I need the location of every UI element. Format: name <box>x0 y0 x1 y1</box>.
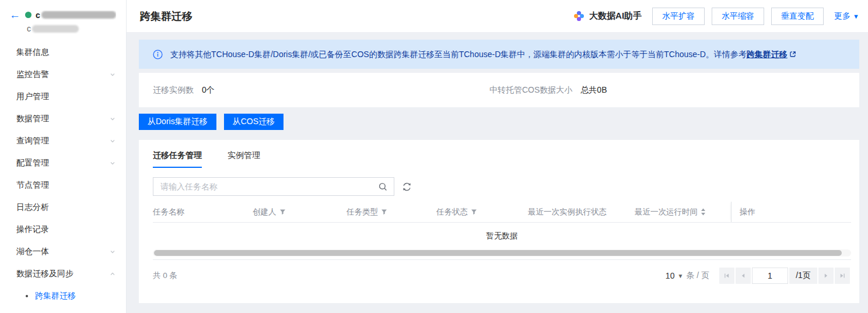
vertical-reconfigure-button[interactable]: 垂直变配 <box>771 8 824 25</box>
search-input[interactable] <box>160 182 378 191</box>
sidebar-item-log-analysis[interactable]: 日志分析 <box>0 196 126 219</box>
toolbar <box>153 177 851 196</box>
sidebar-item-label: 湖仓一体 <box>16 247 49 257</box>
sidebar-item-query-mgmt[interactable]: 查询管理 <box>0 130 126 152</box>
sidebar-item-user-mgmt[interactable]: 用户管理 <box>0 86 126 108</box>
chevron-down-icon <box>110 249 116 255</box>
refresh-button[interactable] <box>402 182 412 192</box>
more-dropdown[interactable]: 更多 ▼ <box>834 11 859 22</box>
sidebar-nav: 集群信息 监控告警 用户管理 数据管理 查询管理 配置管理 节点管理 日志分析 … <box>0 41 126 307</box>
cluster-id: c <box>0 20 126 33</box>
migrate-from-cos-button[interactable]: 从COS迁移 <box>224 114 284 130</box>
first-page-button[interactable] <box>719 268 734 284</box>
next-page-icon <box>823 273 829 279</box>
pagination: 共 0 条 10 ▼ 条 / 页 /1页 <box>153 268 851 284</box>
sidebar-item-lakehouse[interactable]: 湖仓一体 <box>0 241 126 263</box>
tab-migration-task-mgmt[interactable]: 迁移任务管理 <box>153 150 202 168</box>
sidebar-item-cross-cluster-migration[interactable]: 跨集群迁移 <box>0 285 126 307</box>
info-icon <box>153 50 163 59</box>
tabs: 迁移任务管理 实例管理 <box>153 150 851 168</box>
sidebar-item-label: 节点管理 <box>16 180 49 191</box>
stat-label: 中转托管COS数据大小 <box>489 85 572 96</box>
sort-icon[interactable] <box>701 208 706 216</box>
table-header-row: 任务名称 创建人 任务类型 任务状态 最近一次实例执行状态 最近一次运行时间 操… <box>153 202 851 223</box>
col-last-run-time: 最近一次运行时间 <box>635 207 731 217</box>
sidebar-item-node-mgmt[interactable]: 节点管理 <box>0 174 126 196</box>
header-actions: 大数据AI助手 水平扩容 水平缩容 垂直变配 更多 ▼ <box>573 8 859 25</box>
main-area: 跨集群迁移 大数据AI助手 水平扩容 水平缩容 垂直变配 更多 <box>127 0 868 313</box>
cluster-name-text: c <box>36 10 40 20</box>
page-content: 支持将其他TCHouse-D集群/Doris集群/或已备份至COS的数据跨集群迁… <box>127 32 868 313</box>
sidebar-item-label: 用户管理 <box>16 92 49 102</box>
last-page-button[interactable] <box>835 268 850 284</box>
migrate-actions: 从Doris集群迁移 从COS迁移 <box>139 114 859 130</box>
first-page-icon <box>724 273 730 279</box>
filter-icon[interactable] <box>381 209 387 215</box>
stat-cos-data-size: 中转托管COS数据大小 总共0B <box>489 85 607 96</box>
scrollbar-thumb[interactable] <box>154 250 842 256</box>
sidebar: ← c c 集群信息 监控告警 用户管理 数据管理 查询管理 配置管理 节点管理… <box>0 0 127 313</box>
sidebar-item-label: 查询管理 <box>16 136 49 146</box>
sidebar-item-label: 操作记录 <box>16 224 49 235</box>
cluster-status-icon <box>25 12 32 18</box>
prev-page-icon <box>740 273 746 279</box>
refresh-icon <box>402 182 412 192</box>
page-size-select[interactable]: 10 ▼ <box>666 271 683 280</box>
page-title: 跨集群迁移 <box>140 9 192 23</box>
total-count: 共 0 条 <box>153 270 177 281</box>
tab-instance-mgmt[interactable]: 实例管理 <box>228 150 260 168</box>
filter-icon[interactable] <box>471 209 477 215</box>
pagination-controls: 10 ▼ 条 / 页 /1页 <box>666 268 850 284</box>
sidebar-item-cluster-info[interactable]: 集群信息 <box>0 41 126 64</box>
search-button[interactable] <box>378 182 388 192</box>
col-task-type: 任务类型 <box>346 207 436 217</box>
horizontal-scrollbar <box>153 249 851 256</box>
sidebar-item-data-mgmt[interactable]: 数据管理 <box>0 108 126 130</box>
page-number-input[interactable] <box>752 268 788 284</box>
page-header: 跨集群迁移 大数据AI助手 水平扩容 水平缩容 垂直变配 更多 <box>127 0 868 32</box>
next-page-button[interactable] <box>818 268 834 284</box>
page-size-unit: 条 / 页 <box>686 270 709 281</box>
stat-label: 迁移实例数 <box>153 85 194 96</box>
page-count: /1页 <box>789 268 817 284</box>
col-creator: 创建人 <box>253 207 346 217</box>
empty-state: 暂无数据 <box>153 223 851 249</box>
caret-down-icon: ▼ <box>677 273 683 279</box>
filter-icon[interactable] <box>279 209 286 215</box>
external-link-icon[interactable] <box>789 51 796 58</box>
sidebar-item-data-migration-sync[interactable]: 数据迁移及同步 <box>0 263 126 285</box>
chevron-up-icon <box>110 271 116 277</box>
chevron-down-icon <box>110 116 116 122</box>
sidebar-item-label: 数据迁移及同步 <box>16 269 74 279</box>
horizontal-scale-in-button[interactable]: 水平缩容 <box>712 8 764 25</box>
bullet-icon <box>26 295 28 297</box>
task-table: 任务名称 创建人 任务类型 任务状态 最近一次实例执行状态 最近一次运行时间 操… <box>153 202 851 260</box>
search-icon <box>378 182 388 192</box>
cluster-name: c <box>36 10 116 20</box>
horizontal-scale-out-button[interactable]: 水平扩容 <box>652 8 705 25</box>
back-button[interactable]: ← <box>9 9 20 20</box>
app-root: ← c c 集群信息 监控告警 用户管理 数据管理 查询管理 配置管理 节点管理… <box>0 0 868 313</box>
migrate-from-doris-button[interactable]: 从Doris集群迁移 <box>139 114 216 130</box>
sidebar-item-label: 日志分析 <box>16 202 49 213</box>
sidebar-item-config-mgmt[interactable]: 配置管理 <box>0 152 126 174</box>
stat-value: 总共0B <box>580 85 607 96</box>
banner-message: 支持将其他TCHouse-D集群/Doris集群/或已备份至COS的数据跨集群迁… <box>170 50 747 59</box>
sidebar-item-label: 数据管理 <box>16 114 49 124</box>
prev-page-button[interactable] <box>736 268 751 284</box>
sidebar-item-operation-log[interactable]: 操作记录 <box>0 219 126 241</box>
sidebar-item-monitor-alarm[interactable]: 监控告警 <box>0 64 126 86</box>
sidebar-item-label: 配置管理 <box>16 158 49 168</box>
banner-link[interactable]: 跨集群迁移 <box>747 50 788 59</box>
sidebar-subitem-label: 跨集群迁移 <box>35 291 76 301</box>
pager-group: /1页 <box>719 268 850 284</box>
sidebar-item-label: 集群信息 <box>16 47 49 58</box>
banner-text: 支持将其他TCHouse-D集群/Doris集群/或已备份至COS的数据跨集群迁… <box>170 49 796 60</box>
col-task-status: 任务状态 <box>436 207 528 217</box>
cluster-id-redacted <box>32 25 79 33</box>
info-banner: 支持将其他TCHouse-D集群/Doris集群/或已备份至COS的数据跨集群迁… <box>139 40 859 69</box>
col-last-instance-status: 最近一次实例执行状态 <box>528 207 635 217</box>
chevron-down-icon <box>110 138 116 144</box>
ai-assistant-button[interactable]: 大数据AI助手 <box>573 10 642 22</box>
sidebar-item-label: 监控告警 <box>16 69 49 80</box>
